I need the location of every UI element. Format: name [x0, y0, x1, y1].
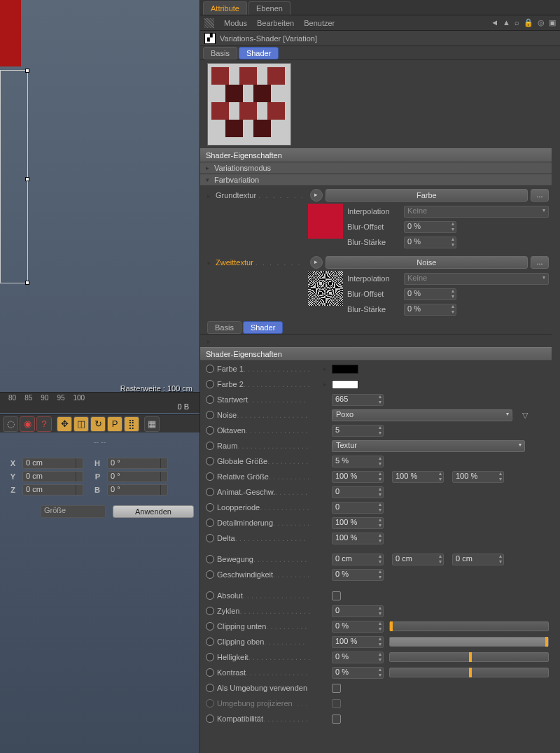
y-input[interactable]: 0 cm [22, 471, 83, 482]
p-input[interactable]: 0 ° [107, 471, 168, 482]
kontr-input[interactable]: 0 %▴▾ [332, 667, 384, 679]
radio[interactable] [206, 380, 214, 388]
bew-z-input[interactable]: 0 cm▴▾ [452, 554, 504, 565]
nav-back-icon[interactable]: ◄ [491, 18, 498, 27]
rel-y-input[interactable]: 100 %▴▾ [392, 471, 444, 483]
radio[interactable] [206, 653, 214, 661]
radio[interactable] [206, 638, 214, 646]
menu-benutzer[interactable]: Benutzer [304, 19, 335, 27]
bew-x-input[interactable]: 0 cm▴▾ [332, 554, 384, 565]
kompat-checkbox[interactable] [332, 715, 341, 724]
menu-icon[interactable] [204, 18, 214, 28]
rotate-tool[interactable]: ↻ [90, 416, 106, 432]
h-input[interactable]: 0 ° [107, 458, 168, 469]
blur-offset-input[interactable]: 0 %▴▾ [404, 221, 456, 233]
radio[interactable] [206, 488, 214, 496]
radio[interactable] [206, 503, 214, 512]
size-dropdown[interactable]: Größe [41, 505, 106, 518]
gear-icon[interactable]: ◎ [538, 18, 545, 27]
mesh-object[interactable] [0, 0, 21, 66]
search-icon[interactable]: ⌕ [514, 18, 519, 27]
interpolation-select[interactable]: Keine [404, 206, 549, 218]
expand-icon[interactable] [207, 258, 213, 267]
tool-btn[interactable]: ◌ [3, 416, 18, 432]
chevron-down-icon[interactable]: ▽ [522, 411, 528, 420]
bew-y-input[interactable]: 0 cm▴▾ [392, 554, 444, 565]
grundtextur-button[interactable]: Farbe [326, 189, 528, 202]
handle[interactable] [25, 69, 29, 73]
handle[interactable] [25, 281, 29, 285]
scale-tool[interactable]: ◫ [74, 416, 89, 432]
zyklen-input[interactable]: 0▴▾ [332, 605, 384, 617]
tool-btn[interactable]: ◉ [20, 416, 35, 432]
oktaven-input[interactable]: 5▴▾ [332, 425, 384, 437]
blur-strength-input[interactable]: 0 %▴▾ [404, 237, 456, 248]
selection-rect[interactable] [0, 70, 28, 283]
z-input[interactable]: 0 cm [22, 484, 83, 495]
interpolation-select[interactable]: Keine [404, 273, 549, 285]
grundtextur-swatch[interactable] [308, 204, 343, 239]
zweittextur-more[interactable]: ... [531, 256, 549, 269]
tab-ebenen[interactable]: Ebenen [248, 1, 290, 15]
blur-offset-input[interactable]: 0 %▴▾ [404, 288, 456, 300]
radio[interactable] [206, 426, 214, 435]
color-swatch[interactable] [332, 380, 358, 389]
radio[interactable] [206, 607, 214, 615]
menu-modus[interactable]: Modus [224, 19, 247, 27]
radio[interactable] [206, 519, 214, 527]
loop-input[interactable]: 0▴▾ [332, 502, 384, 514]
apply-button[interactable]: Anwenden [113, 505, 194, 518]
tab-basis-inner[interactable]: Basis [207, 321, 241, 334]
radio[interactable] [206, 534, 214, 542]
radio[interactable] [206, 365, 214, 373]
clipu-slider[interactable] [389, 621, 549, 631]
x-input[interactable]: 0 cm [22, 458, 83, 469]
tab-attribute[interactable]: Attribute [203, 1, 247, 15]
zweittextur-button[interactable]: Noise [326, 256, 528, 269]
radio[interactable] [206, 457, 214, 465]
viewport-3d[interactable]: Rasterweite : 100 cm [0, 0, 200, 753]
expand-icon[interactable] [207, 191, 213, 199]
tex-nav-icon[interactable]: ▸ [310, 189, 323, 202]
noise-select[interactable]: Poxo [332, 409, 512, 421]
menu-bearbeiten[interactable]: Bearbeiten [257, 19, 294, 27]
animg-input[interactable]: 0▴▾ [332, 486, 384, 498]
detail-input[interactable]: 100 %▴▾ [332, 517, 384, 529]
tool-btn[interactable]: ▦ [144, 416, 160, 432]
shader-preview[interactable] [207, 63, 291, 146]
lock-icon[interactable]: 🔒 [524, 18, 533, 27]
absolut-checkbox[interactable] [332, 591, 341, 600]
radio[interactable] [206, 395, 214, 404]
zweittextur-swatch[interactable] [308, 271, 343, 306]
tab-shader-inner[interactable]: Shader [243, 321, 283, 334]
tool-btn[interactable]: ⣿ [124, 416, 139, 432]
tool-btn[interactable]: P [107, 416, 122, 432]
radio[interactable] [206, 411, 214, 419]
hell-input[interactable]: 0 %▴▾ [332, 652, 384, 663]
clipo-input[interactable]: 100 %▴▾ [332, 636, 384, 648]
nav-up-icon[interactable]: ▲ [503, 18, 510, 27]
handle[interactable] [25, 177, 29, 181]
radio[interactable] [206, 668, 214, 677]
tab-shader[interactable]: Shader [239, 47, 279, 59]
alsumg-checkbox[interactable] [332, 684, 341, 693]
timeline[interactable]: 80 85 90 95 100 0 B [0, 392, 200, 413]
radio[interactable] [206, 555, 214, 563]
radio[interactable] [206, 684, 214, 692]
radio[interactable] [206, 622, 214, 631]
geschw-input[interactable]: 0 %▴▾ [332, 569, 384, 581]
blur-strength-input[interactable]: 0 %▴▾ [404, 304, 456, 316]
startwert-input[interactable]: 665▴▾ [332, 394, 384, 406]
rel-z-input[interactable]: 100 %▴▾ [452, 471, 504, 483]
grundtextur-more[interactable]: ... [531, 189, 549, 202]
radio[interactable] [206, 570, 214, 579]
sub-variationsmodus[interactable]: Variationsmodus [200, 162, 552, 174]
tab-basis[interactable]: Basis [203, 47, 237, 59]
expand-icon[interactable] [207, 337, 213, 345]
tool-btn[interactable]: ? [36, 416, 52, 432]
tex-nav-icon[interactable]: ▸ [310, 256, 323, 269]
attr-scroll[interactable]: Shader-Eigenschaften Variationsmodus Far… [200, 60, 560, 753]
radio[interactable] [206, 591, 214, 600]
clipo-slider[interactable] [389, 637, 549, 647]
kontr-slider[interactable] [389, 668, 549, 677]
